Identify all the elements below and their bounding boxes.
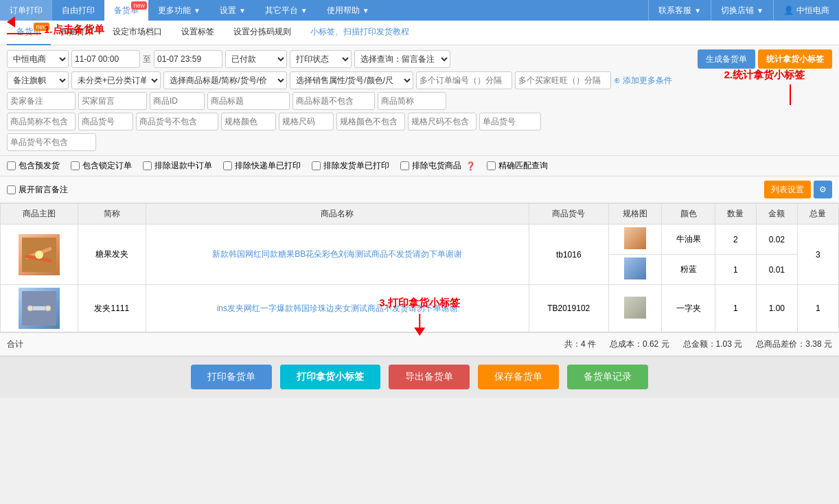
sales-attr-select[interactable]: 选择销售属性/货号/颜色/尺 <box>290 71 413 89</box>
product-desc-input[interactable] <box>378 92 446 110</box>
spec-image-1a <box>624 227 646 249</box>
tab-sort-rules[interactable]: 设置分拣码规则 <box>224 21 301 45</box>
single-product-no-input[interactable] <box>479 113 541 130</box>
spec-size-input[interactable] <box>279 113 334 130</box>
nav-more-functions[interactable]: 更多功能 ▼ <box>148 0 210 21</box>
spec-image-1b <box>624 257 646 279</box>
print-status-select[interactable]: 打印状态 <box>290 50 352 68</box>
color-cell-1a: 牛油果 <box>662 225 715 255</box>
nav-other-platform[interactable]: 其它平台 ▼ <box>255 0 317 21</box>
spec-color-input[interactable] <box>221 113 276 130</box>
dropdown-arrow-more: ▼ <box>194 7 200 14</box>
list-settings-button[interactable]: 列表设置 <box>764 181 811 198</box>
total-qty-cell-1: 3 <box>797 225 838 285</box>
table-row: 发夹1111 ins发夹网红一字爆款韩国珍珠边夹女测试商品不发货请勿下单谢谢 T… <box>1 285 839 332</box>
total-diff-label: 总商品差价：3.38 元 <box>756 339 832 350</box>
checkbox-locked-order[interactable]: 包含锁定订单 <box>71 160 132 172</box>
tab-stock-list[interactable]: 备货单 new <box>7 21 51 45</box>
color-cell-1b: 粉蓝 <box>662 255 715 285</box>
dropdown-arrow-platform: ▼ <box>301 7 308 14</box>
nav-free-print[interactable]: 自由打印 <box>52 0 104 21</box>
filter-area: 中恒电商 至 已付款 打印状态 选择查询：留言备注 生成备货单 统计拿货小标签 … <box>0 45 839 156</box>
th-color: 颜色 <box>662 204 715 225</box>
pay-status-select[interactable]: 已付款 <box>225 50 287 68</box>
product-img-cell-2 <box>1 285 78 332</box>
nav-stock-list[interactable]: 备货单 new <box>104 0 148 21</box>
export-stock-list-btn[interactable]: 导出备货单 <box>389 365 470 389</box>
nav-settings[interactable]: 设置 ▼ <box>210 0 255 21</box>
th-total-qty: 总量 <box>797 204 838 225</box>
dropdown-arrow-shop: ▼ <box>757 7 763 14</box>
title-exclude-input[interactable] <box>292 92 375 110</box>
checkbox-exclude-stock-goods[interactable]: 排除屯货商品 ❓ <box>400 160 476 172</box>
tab-market-stall[interactable]: 设定市场档口 <box>103 21 172 45</box>
nav-help[interactable]: 使用帮助 ▼ <box>317 0 379 21</box>
spec-img-cell-2a <box>608 285 662 332</box>
dropdown-arrow-help: ▼ <box>363 7 369 14</box>
checkbox-exclude-ship-printed[interactable]: 排除发货单已打印 <box>312 160 389 172</box>
user-icon: 👤 <box>783 5 794 15</box>
checkbox-exclude-refund[interactable]: 排除退款中订单 <box>143 160 212 172</box>
tab-set-label[interactable]: 设置标签 <box>172 21 224 45</box>
checkbox-exclude-express-printed[interactable]: 排除快递单已打印 <box>223 160 301 172</box>
seller-remark-input[interactable] <box>7 92 76 110</box>
switch-shop[interactable]: 切换店铺 ▼ <box>711 0 773 21</box>
product-no-exclude-input[interactable] <box>136 113 218 130</box>
product-select[interactable]: 选择商品标题/简称/货号/价 <box>163 71 287 89</box>
checkbox-pre-ship[interactable]: 包含预发货 <box>7 160 60 172</box>
add-condition-link[interactable]: ⊕ 添加更多条件 <box>614 75 672 87</box>
checkbox-exact-match[interactable]: 精确匹配查询 <box>487 160 548 172</box>
th-product-name: 商品名称 <box>146 204 529 225</box>
filter-row-5 <box>7 133 832 151</box>
color-exclude-input[interactable] <box>336 113 405 130</box>
product-no-input[interactable] <box>78 113 133 130</box>
product-link-2[interactable]: ins发夹网红一字爆款韩国珍珠边夹女测试商品不发货请勿下单谢谢 <box>217 303 458 313</box>
table-header-row: 商品主图 简称 商品名称 商品货号 规格图 颜色 数量 金额 总量 <box>1 204 839 225</box>
date-end-input[interactable] <box>154 50 222 68</box>
dropdown-arrow-settings: ▼ <box>239 7 246 14</box>
th-product-img: 商品主图 <box>1 204 78 225</box>
product-link-1[interactable]: 新款韩国网红同款糖果BB花朵彩色刘海测试商品不发货请勿下单谢谢 <box>212 249 462 259</box>
save-stock-list-btn[interactable]: 保存备货单 <box>478 365 559 389</box>
total-qty-label: 共：4 件 <box>564 339 596 350</box>
remark-flag-select[interactable]: 备注旗帜 <box>7 71 69 89</box>
order-type-select[interactable]: 未分类+已分类订单 <box>71 71 161 89</box>
buyer-ids-input[interactable] <box>515 71 611 89</box>
qty-cell-1b: 1 <box>715 255 756 285</box>
product-id-input[interactable] <box>150 92 205 110</box>
table-toolbar: 展开留言备注 列表设置 ⚙ <box>0 176 839 203</box>
shop-name[interactable]: 👤 中恒电商 <box>773 0 839 21</box>
th-price: 金额 <box>756 204 797 225</box>
desc-exclude-input[interactable] <box>7 113 76 130</box>
tab-tutorial[interactable]: 小标签、扫描打印发货教程 <box>301 21 419 45</box>
size-exclude-input[interactable] <box>408 113 476 130</box>
svg-point-3 <box>35 251 43 259</box>
generate-stock-btn[interactable]: 生成备货单 <box>698 49 755 69</box>
query-select[interactable]: 选择查询：留言备注 <box>354 50 450 68</box>
order-nos-input[interactable] <box>416 71 512 89</box>
date-start-input[interactable] <box>71 50 140 68</box>
stats-pick-label-btn[interactable]: 统计拿货小标签 <box>758 49 832 69</box>
shop-select[interactable]: 中恒电商 <box>7 50 69 68</box>
single-product-no-exclude-input[interactable] <box>7 133 96 151</box>
product-image-1 <box>19 234 60 275</box>
stock-list-records-btn[interactable]: 备货单记录 <box>567 365 648 389</box>
plus-icon: ⊕ <box>614 76 623 85</box>
th-qty: 数量 <box>715 204 756 225</box>
expand-remark-checkbox[interactable]: 展开留言备注 <box>7 184 68 196</box>
nav-order-print[interactable]: 订单打印 <box>0 0 52 21</box>
price-cell-2a: 1.00 <box>756 285 797 332</box>
short-name-cell-1: 糖果发夹 <box>78 225 146 285</box>
print-stock-list-btn[interactable]: 打印备货单 <box>191 365 272 389</box>
total-row: 合计 共：4 件 总成本：0.62 元 总金额：1.03 元 总商品差价：3.3… <box>0 332 839 356</box>
settings-icon-button[interactable]: ⚙ <box>814 181 832 198</box>
print-pick-label-btn[interactable]: 打印拿货小标签 <box>280 365 380 389</box>
tab-scan-print[interactable]: 扫描打印 <box>51 21 103 45</box>
buyer-remark-input[interactable] <box>78 92 147 110</box>
product-title-input[interactable] <box>207 92 290 110</box>
product-no-cell-2: TB2019102 <box>529 285 608 332</box>
top-navigation: 订单打印 自由打印 备货单 new 更多功能 ▼ 设置 ▼ 其它平台 ▼ <box>0 0 839 21</box>
new-badge-tab: new <box>34 23 49 31</box>
contact-service[interactable]: 联系客服 ▼ <box>648 0 711 21</box>
dropdown-arrow-service: ▼ <box>694 7 701 14</box>
